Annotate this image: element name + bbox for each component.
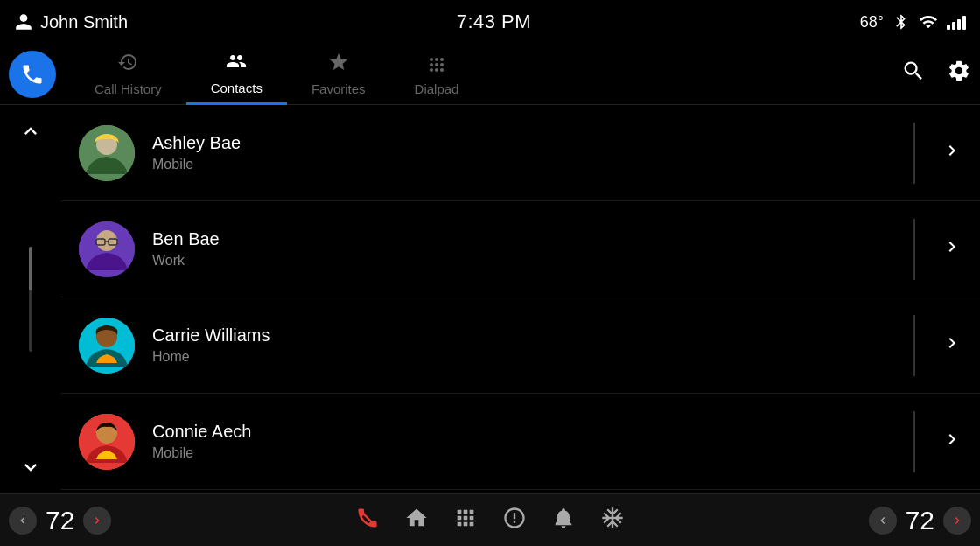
sidebar: [0, 105, 61, 494]
tab-contacts[interactable]: Contacts: [186, 44, 287, 105]
user-name: John Smith: [40, 12, 128, 32]
contact-info: Carrie Williams Home: [152, 326, 896, 365]
contact-name: Ben Bae: [152, 229, 896, 249]
chevron-right-icon[interactable]: [942, 332, 962, 358]
left-increase-button[interactable]: [83, 507, 111, 535]
contacts-icon: [226, 51, 247, 77]
bottom-bar: 72: [0, 494, 980, 546]
status-time: 7:43 PM: [457, 10, 531, 33]
dialpad-icon: [426, 52, 447, 78]
favorites-icon: [328, 52, 349, 78]
tab-dialpad[interactable]: Dialpad: [390, 45, 484, 103]
chevron-right-icon[interactable]: [942, 140, 962, 165]
scroll-down-button[interactable]: [13, 450, 48, 485]
right-decrease-button[interactable]: [869, 507, 897, 535]
main-content: Ashley Bae Mobile: [0, 105, 980, 494]
contact-item[interactable]: Connie Aech Mobile: [61, 394, 980, 490]
call-history-icon: [117, 52, 138, 78]
right-temp-value: 72: [900, 506, 940, 536]
scroll-thumb: [29, 247, 32, 290]
signal-icon: [919, 12, 938, 32]
tab-favorites-label: Favorites: [312, 81, 366, 96]
nav-tabs: Call History Contacts Favorites: [70, 44, 901, 105]
avatar: [79, 221, 135, 277]
nav-bar: Call History Contacts Favorites: [0, 44, 980, 105]
climate-button[interactable]: [502, 506, 527, 536]
contact-name: Carrie Williams: [152, 326, 896, 346]
tab-call-history-label: Call History: [94, 81, 162, 96]
contact-divider: [914, 219, 915, 280]
chevron-right-icon[interactable]: [942, 429, 962, 454]
tab-favorites[interactable]: Favorites: [287, 45, 390, 103]
notification-button[interactable]: [551, 506, 576, 536]
left-temp-value: 72: [40, 506, 80, 536]
tab-call-history[interactable]: Call History: [70, 45, 186, 103]
search-button[interactable]: [901, 59, 926, 89]
contact-name: Ashley Bae: [152, 133, 896, 153]
left-decrease-button[interactable]: [9, 507, 37, 535]
bluetooth-icon: [892, 13, 910, 31]
avatar: [79, 318, 135, 374]
right-temp-control: 72: [869, 506, 971, 536]
contact-item[interactable]: Ben Bae Work: [61, 201, 980, 298]
contact-type: Mobile: [152, 157, 896, 172]
contact-type: Home: [152, 349, 896, 365]
contact-type: Mobile: [152, 445, 896, 461]
contact-item[interactable]: Carrie Williams Home: [61, 298, 980, 394]
tab-dialpad-label: Dialpad: [415, 81, 459, 96]
settings-button[interactable]: [947, 59, 971, 89]
contact-info: Ashley Bae Mobile: [152, 133, 896, 172]
contacts-list: Ashley Bae Mobile: [61, 105, 980, 494]
scroll-up-button[interactable]: [13, 114, 48, 149]
contact-type: Work: [152, 253, 896, 269]
tab-contacts-label: Contacts: [211, 80, 262, 95]
contact-item[interactable]: Craig Anderson: [61, 490, 980, 494]
defrost-button[interactable]: [600, 506, 625, 536]
home-button[interactable]: [404, 506, 429, 536]
status-bar: John Smith 7:43 PM 68°: [0, 0, 980, 44]
right-increase-button[interactable]: [943, 507, 971, 535]
avatar: [79, 414, 135, 470]
contact-info: Ben Bae Work: [152, 229, 896, 269]
status-right: 68°: [860, 12, 966, 32]
contact-divider: [914, 411, 915, 472]
signal-strength: [947, 14, 966, 30]
scroll-track: [29, 247, 32, 352]
bottom-center-icons: [355, 506, 625, 536]
contact-divider: [914, 122, 915, 184]
avatar: [79, 125, 135, 181]
nav-actions: [901, 59, 971, 89]
left-temp-control: 72: [9, 506, 111, 536]
contact-name: Connie Aech: [152, 422, 896, 442]
contact-divider: [914, 315, 915, 376]
contact-item[interactable]: Ashley Bae Mobile: [61, 105, 980, 201]
end-call-button[interactable]: [355, 506, 380, 536]
status-left: John Smith: [14, 12, 128, 32]
person-icon: [14, 12, 33, 32]
chevron-right-icon[interactable]: [942, 236, 962, 262]
contact-info: Connie Aech Mobile: [152, 422, 896, 461]
phone-button[interactable]: [9, 51, 56, 98]
svg-point-4: [96, 230, 117, 251]
temperature-display: 68°: [860, 13, 884, 32]
apps-button[interactable]: [453, 506, 478, 536]
